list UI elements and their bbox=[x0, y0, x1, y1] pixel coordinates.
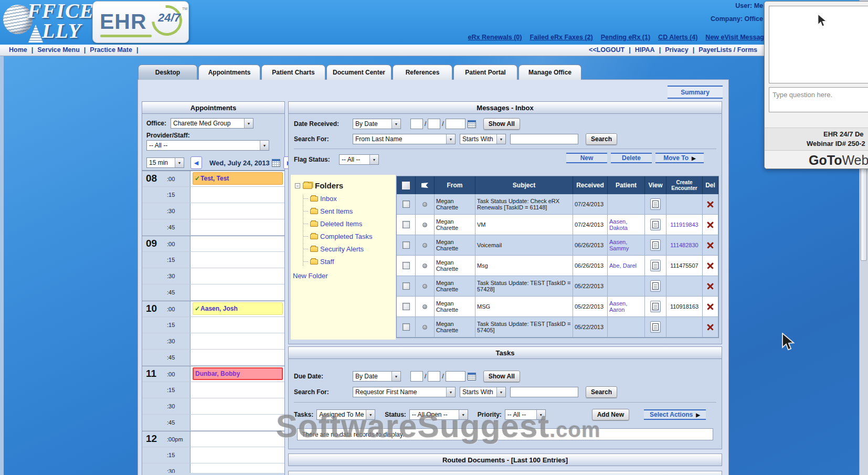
header-link-cd-alerts-4[interactable]: CD Alerts (4) bbox=[658, 34, 697, 41]
appointment-slot[interactable] bbox=[190, 398, 284, 414]
folder-item-sent-items[interactable]: Sent Items bbox=[303, 207, 393, 215]
appointment-slot[interactable] bbox=[190, 252, 284, 268]
flag-dot-icon[interactable] bbox=[422, 304, 427, 309]
appointment-slot[interactable] bbox=[190, 187, 284, 203]
tab-appointments[interactable]: Appointments bbox=[198, 65, 260, 80]
create-encounter-link[interactable]: 111475507 bbox=[670, 262, 698, 269]
appointment-chip[interactable]: Dunbar, Bobby bbox=[193, 367, 283, 380]
scrollbar-thumb[interactable] bbox=[861, 165, 867, 261]
message-checkbox[interactable] bbox=[403, 323, 410, 331]
tab-manage-office[interactable]: Manage Office bbox=[518, 65, 581, 80]
task-search-input[interactable] bbox=[510, 387, 578, 397]
flag-dot-icon[interactable] bbox=[422, 325, 427, 330]
chevron-down-icon[interactable] bbox=[446, 134, 455, 144]
delete-icon[interactable] bbox=[706, 303, 714, 311]
summary-button[interactable]: Summary bbox=[668, 86, 723, 99]
show-all-button[interactable]: Show All bbox=[483, 371, 520, 382]
day-input[interactable] bbox=[428, 371, 440, 382]
year-input[interactable] bbox=[446, 119, 465, 129]
select-all-checkbox[interactable] bbox=[402, 182, 410, 189]
message-checkbox[interactable] bbox=[403, 241, 410, 249]
appointment-slot[interactable] bbox=[190, 236, 284, 251]
move-to-button[interactable]: Move To▶ bbox=[655, 153, 704, 163]
message-checkbox[interactable] bbox=[403, 221, 410, 228]
chevron-down-icon[interactable] bbox=[496, 134, 505, 144]
chevron-down-icon[interactable] bbox=[391, 372, 400, 381]
folder-item-deleted-items[interactable]: Deleted Items bbox=[303, 220, 393, 228]
office-select[interactable]: Charette Med Group bbox=[171, 118, 253, 129]
chevron-down-icon[interactable] bbox=[260, 141, 269, 150]
month-input[interactable] bbox=[410, 119, 423, 129]
patient-link[interactable]: Aasen, Sammy bbox=[609, 239, 643, 251]
flag-dot-icon[interactable] bbox=[422, 223, 427, 227]
header-link-new-evisit-messag[interactable]: New eVisit Messag bbox=[705, 34, 764, 41]
view-message-button[interactable] bbox=[650, 260, 661, 271]
create-encounter-link[interactable]: 110918163 bbox=[670, 303, 698, 310]
month-input[interactable] bbox=[410, 371, 423, 382]
new-button[interactable]: New bbox=[566, 153, 607, 163]
flag-dot-icon[interactable] bbox=[422, 284, 427, 289]
calendar-icon[interactable] bbox=[272, 159, 280, 167]
message-checkbox[interactable] bbox=[403, 200, 410, 208]
flag-dot-icon[interactable] bbox=[422, 263, 427, 268]
folder-item-security-alerts[interactable]: Security Alerts bbox=[303, 245, 393, 253]
starts-with-select[interactable]: Starts With bbox=[460, 134, 506, 144]
appointment-slot[interactable] bbox=[190, 317, 284, 333]
flag-dot-icon[interactable] bbox=[422, 243, 427, 248]
delete-icon[interactable] bbox=[706, 241, 714, 249]
nav-item-logout[interactable]: <<LOGOUT bbox=[589, 46, 624, 54]
date-received-mode-select[interactable]: By Date bbox=[353, 119, 401, 129]
new-folder-link[interactable]: New Folder bbox=[293, 272, 327, 280]
calendar-icon[interactable] bbox=[468, 373, 476, 381]
calendar-icon[interactable] bbox=[468, 120, 476, 128]
view-message-button[interactable] bbox=[650, 239, 661, 251]
delete-icon[interactable] bbox=[706, 282, 714, 290]
search-input[interactable] bbox=[510, 134, 578, 144]
delete-button[interactable]: Delete bbox=[611, 153, 652, 163]
delete-icon[interactable] bbox=[706, 262, 714, 270]
appointment-slot[interactable] bbox=[190, 463, 284, 473]
tab-desktop[interactable]: Desktop bbox=[138, 65, 197, 80]
appointment-chip[interactable]: ✓Test, Test bbox=[193, 172, 283, 185]
appointment-slot[interactable] bbox=[190, 203, 284, 219]
select-actions-button[interactable]: Select Actions ▶ bbox=[644, 409, 706, 420]
appointment-chip[interactable]: ✓Aasen, Josh bbox=[193, 302, 283, 315]
nav-item-hipaa[interactable]: HIPAA bbox=[635, 46, 655, 54]
chevron-down-icon[interactable] bbox=[446, 387, 455, 397]
tab-patient-charts[interactable]: Patient Charts bbox=[261, 65, 325, 80]
folder-item-inbox[interactable]: Inbox bbox=[303, 195, 393, 203]
appointment-slot[interactable] bbox=[190, 447, 284, 463]
task-search-field-select[interactable]: Requestor First Name bbox=[353, 387, 456, 397]
chevron-down-icon[interactable] bbox=[175, 158, 184, 167]
flag-status-select[interactable]: -- All -- bbox=[339, 154, 379, 165]
show-all-button[interactable]: Show All bbox=[483, 118, 520, 130]
tab-patient-portal[interactable]: Patient Portal bbox=[453, 65, 517, 80]
message-checkbox[interactable] bbox=[403, 282, 410, 290]
day-input[interactable] bbox=[428, 119, 440, 129]
view-message-button[interactable] bbox=[650, 280, 661, 292]
flag-dot-icon[interactable] bbox=[422, 202, 427, 207]
appointment-slot[interactable] bbox=[190, 382, 284, 398]
delete-icon[interactable] bbox=[706, 200, 714, 208]
message-checkbox[interactable] bbox=[403, 303, 410, 310]
interval-select[interactable]: 15 min bbox=[146, 157, 184, 168]
appointment-slot[interactable] bbox=[190, 415, 284, 430]
header-link-failed-erx-faxes-2[interactable]: Failed eRx Faxes (2) bbox=[530, 34, 592, 41]
due-date-mode-select[interactable]: By Date bbox=[353, 371, 401, 382]
webinar-question-input[interactable]: Type question here. bbox=[769, 87, 868, 112]
appointment-slot[interactable] bbox=[190, 333, 284, 349]
create-encounter-link[interactable]: 111919843 bbox=[670, 221, 698, 228]
nav-item-privacy[interactable]: Privacy bbox=[665, 46, 688, 54]
delete-icon[interactable] bbox=[706, 221, 714, 229]
year-input[interactable] bbox=[446, 371, 465, 382]
header-link-erx-renewals-0[interactable]: eRx Renewals (0) bbox=[468, 34, 522, 41]
nav-item-home[interactable]: Home bbox=[9, 46, 27, 54]
view-message-button[interactable] bbox=[650, 321, 661, 333]
folder-item-completed-tasks[interactable]: Completed Tasks bbox=[303, 233, 393, 240]
header-link-pending-erx-1[interactable]: Pending eRx (1) bbox=[601, 34, 650, 41]
starts-with-select[interactable]: Starts With bbox=[460, 387, 506, 397]
appointment-slot[interactable] bbox=[190, 284, 284, 300]
view-message-button[interactable] bbox=[650, 301, 661, 312]
patient-link[interactable]: Aasen, Dakota bbox=[609, 218, 643, 231]
nav-item-payerlists-forms[interactable]: PayerLists / Forms bbox=[698, 46, 757, 54]
